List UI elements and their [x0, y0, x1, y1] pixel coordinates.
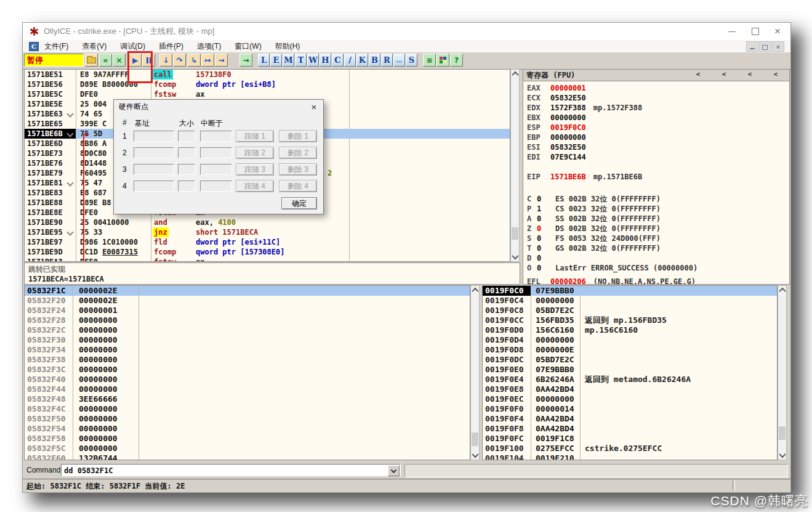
stack-row[interactable]: 0019F0FC0019F1C8 — [483, 434, 777, 444]
toolbar-letter-button[interactable]: K — [356, 54, 368, 67]
dump-row[interactable]: 05832F3000000000 — [25, 335, 470, 345]
flag-line[interactable]: P1CS 0023 32位 0(FFFFFFFF) — [523, 204, 789, 214]
dump-row[interactable]: 05832F3C00000000 — [25, 365, 470, 375]
dump-row[interactable]: 05832F200000002E — [25, 296, 470, 306]
break-on-input[interactable] — [200, 147, 232, 158]
toolbar-letter-button[interactable]: ... — [393, 54, 405, 67]
follow-button[interactable]: 跟随 3 — [236, 163, 274, 176]
stack-row[interactable]: 0019F0DC05BD7E2C — [483, 355, 777, 365]
restart-icon[interactable]: « — [99, 54, 112, 67]
dump-row[interactable]: 05832F5400000000 — [25, 424, 470, 434]
size-input[interactable] — [178, 164, 195, 175]
register-line[interactable]: EBP00000000 — [523, 132, 789, 142]
follow-button[interactable]: 跟随 1 — [236, 130, 274, 142]
memory-dump-pane[interactable]: 05832F1C0000002E05832F200000002E05832F24… — [24, 285, 470, 460]
register-line[interactable]: ESI05832E50 — [523, 142, 789, 152]
stack-row[interactable]: 0019F0F000000014 — [483, 404, 777, 414]
menu-item[interactable]: 调试(D) — [120, 41, 145, 52]
menu-item[interactable]: 帮助(H) — [275, 41, 300, 52]
dump-row[interactable]: 05832F483EE66666 — [25, 394, 470, 404]
stack-scrollbar[interactable] — [778, 285, 787, 460]
register-line[interactable]: ESP0019F0C0 — [523, 123, 789, 132]
toolbar-letter-button[interactable]: H — [320, 54, 331, 67]
toolbar-letter-button[interactable]: / — [344, 54, 356, 67]
flag-line[interactable]: C0ES 002B 32位 0(FFFFFFFF) — [523, 194, 789, 204]
toolbar-letter-button[interactable]: R — [381, 54, 393, 67]
disasm-row[interactable]: 1571BE9DDC1D E0087315fcompqword ptr [157… — [25, 247, 510, 257]
toolbar-letter-button[interactable]: C — [332, 54, 344, 67]
command-combobox[interactable] — [61, 464, 401, 476]
dump-scrollbar[interactable] — [470, 285, 480, 460]
register-line[interactable]: EDX1572F388mp.1572F388 — [523, 103, 789, 113]
stack-row[interactable]: 0019F0D0156C6160mp.156C6160 — [483, 325, 777, 335]
stack-row[interactable]: 0019F0F80AA42BD4 — [483, 424, 777, 434]
menu-item[interactable]: 窗口(W) — [235, 41, 261, 52]
toolbar-letter-button[interactable]: E — [270, 54, 282, 67]
trace-into-icon[interactable]: ↳ — [188, 54, 201, 67]
base-address-input[interactable] — [134, 181, 174, 192]
registers-nav-button[interactable]: < — [718, 71, 730, 79]
registers-nav-button[interactable]: < — [692, 71, 704, 79]
step-over-icon[interactable]: ↷ — [173, 54, 186, 67]
windows-list-icon[interactable]: ≡ — [423, 54, 436, 67]
open-file-icon[interactable] — [85, 54, 98, 67]
register-line[interactable]: EDI07E9C144 — [523, 152, 789, 162]
stack-row[interactable]: 0019F1000275EFCCcstrike.0275EFCC — [483, 444, 777, 453]
disassembly-scrollbar[interactable] — [510, 69, 520, 262]
column-divider[interactable] — [580, 286, 581, 460]
flag-line[interactable]: T0GS 002B 32位 0(FFFFFFFF) — [523, 243, 789, 253]
stack-row[interactable]: 0019F0EC00000000 — [483, 394, 777, 404]
follow-button[interactable]: 跟随 4 — [236, 180, 274, 192]
size-input[interactable] — [178, 147, 195, 158]
stack-row[interactable]: 0019F0C400000000 — [483, 296, 777, 306]
break-on-input[interactable] — [200, 181, 232, 192]
scroll-up-arrow-icon[interactable] — [471, 286, 479, 295]
scroll-down-arrow-icon[interactable] — [778, 451, 786, 460]
disasm-row[interactable]: 1571BEA3DFE0fstswax — [25, 257, 510, 262]
scrollbar-thumb[interactable] — [472, 433, 478, 446]
menu-item[interactable]: 文件(F) — [44, 41, 68, 52]
scroll-down-arrow-icon[interactable] — [471, 451, 479, 460]
dump-row[interactable]: 05832F2400000001 — [25, 306, 470, 315]
disasm-row[interactable]: 1571BE97D986 1C010000flddword ptr [esi+1… — [25, 237, 510, 247]
stack-row[interactable]: 0019F0C007E9BBB0 — [483, 286, 777, 296]
dump-row[interactable]: 05832F5000000000 — [25, 414, 470, 424]
dump-row[interactable]: 05832F4C00000000 — [25, 404, 470, 414]
dump-row[interactable]: 05832F3800000000 — [25, 355, 470, 365]
scrollbar-thumb[interactable] — [512, 227, 518, 240]
close-button[interactable]: × — [768, 25, 787, 38]
registers-nav-button[interactable]: < — [744, 71, 756, 79]
scrollbar-thumb[interactable] — [779, 426, 786, 440]
column-divider[interactable] — [531, 286, 531, 460]
stack-row[interactable]: 0019F0F40AA42BD4 — [483, 414, 777, 424]
stack-row[interactable]: 0019F0D80000000E — [483, 345, 777, 355]
flag-line[interactable]: D0 — [523, 253, 789, 263]
stack-row[interactable]: 0019F1040019F210 — [483, 453, 777, 460]
dump-row[interactable]: 05832F3400000000 — [25, 345, 470, 355]
flag-line[interactable]: S0FS 0053 32位 24D000(FFF) — [523, 234, 789, 243]
stack-row[interactable]: 0019F0C805BD7E2C — [483, 306, 777, 315]
maximize-button[interactable] — [746, 25, 765, 38]
column-divider[interactable] — [76, 70, 76, 261]
dump-row[interactable]: 05832F60132B6744 — [25, 453, 470, 460]
dialog-close-icon[interactable]: × — [308, 101, 320, 112]
appearance-icon[interactable] — [436, 54, 449, 67]
dump-row[interactable]: 05832F1C0000002E — [25, 286, 470, 296]
base-address-input[interactable] — [134, 147, 174, 158]
close-program-icon[interactable]: × — [113, 54, 126, 67]
stack-row[interactable]: 0019F0E46B26246A返回到 metamod.6B26246A — [483, 375, 777, 384]
delete-button[interactable]: 删除 1 — [279, 130, 317, 142]
dump-row[interactable]: 05832F4000000000 — [25, 375, 470, 384]
dropdown-arrow-icon[interactable] — [388, 465, 400, 476]
dump-row[interactable]: 05832F4400000000 — [25, 384, 470, 394]
toolbar-letter-button[interactable]: W — [307, 54, 319, 67]
base-address-input[interactable] — [134, 131, 174, 142]
toolbar-letter-button[interactable]: B — [369, 54, 380, 67]
menu-item[interactable]: 选项(T) — [197, 41, 221, 52]
flag-line[interactable]: O0LastErr ERROR_SUCCESS (00000000) — [523, 263, 789, 273]
scroll-down-arrow-icon[interactable] — [511, 253, 519, 261]
trace-over-icon[interactable]: ↦ — [201, 54, 214, 67]
disasm-row[interactable]: 1571BE56D89E B8000000fcompdword ptr [esi… — [25, 79, 510, 89]
stack-pane[interactable]: 0019F0C007E9BBB00019F0C4000000000019F0C8… — [482, 285, 778, 460]
command-input[interactable] — [63, 465, 385, 476]
